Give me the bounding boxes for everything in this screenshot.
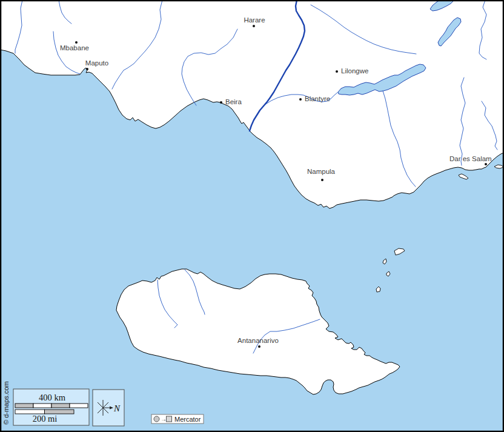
city-dot — [253, 25, 255, 27]
city-label: Mbabane — [60, 44, 89, 52]
north-label: N — [113, 404, 121, 413]
city-dot — [485, 163, 487, 165]
city-dot — [220, 101, 222, 104]
city-label: Harare — [244, 16, 265, 24]
scale-bar-mi-seg1 — [15, 410, 45, 414]
city-lilongwe: Lilongwe — [336, 67, 368, 75]
scale-mi-label: 200 mi — [33, 414, 58, 424]
scale-bar-mi-seg2 — [45, 410, 75, 414]
scale-panel: 400 km 200 mi — [13, 389, 89, 425]
city-label: Beira — [225, 98, 242, 105]
map-svg: Harare Mbabane Maputo Beira Lilongwe Bla… — [0, 0, 504, 432]
city-dot — [258, 345, 260, 348]
projected-square-icon — [167, 416, 172, 422]
city-dot — [86, 68, 88, 70]
city-label: Dar es Salam — [449, 155, 492, 162]
scale-bar-km-seg3 — [51, 404, 70, 408]
projection-label: Mercator — [174, 416, 201, 423]
city-dot — [75, 41, 78, 44]
projection-legend: → Mercator — [151, 414, 204, 424]
scale-bar-km-seg4 — [70, 404, 88, 408]
city-label: Blantyre — [305, 95, 330, 102]
scale-bar-km-seg1 — [15, 404, 33, 408]
city-dot — [299, 98, 302, 101]
scale-bar-km-seg2 — [33, 404, 51, 408]
city-label: Antananarivo — [237, 337, 279, 344]
projection-arrow-icon: → — [161, 416, 167, 422]
city-label: Maputo — [85, 59, 108, 67]
city-dot — [336, 70, 338, 73]
map-canvas: Harare Mbabane Maputo Beira Lilongwe Bla… — [0, 0, 504, 432]
scale-km-label: 400 km — [39, 393, 66, 402]
compass-panel: N — [93, 390, 124, 426]
copyright-text: © d-maps.com — [2, 381, 10, 425]
city-dot — [321, 179, 323, 181]
city-label: Nampula — [307, 168, 336, 175]
city-label: Lilongwe — [341, 67, 368, 75]
globe-circle-icon — [154, 416, 159, 422]
